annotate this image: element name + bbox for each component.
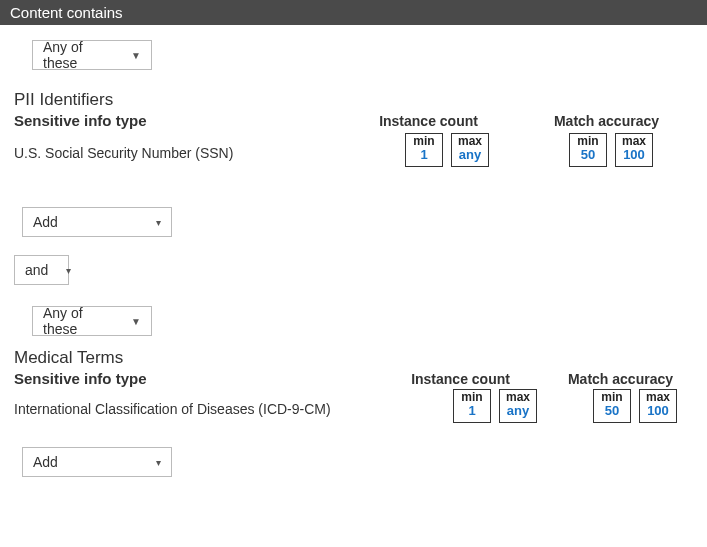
group1-instance-count: min 1 max any xyxy=(405,133,489,167)
group2-accuracy-max: 100 xyxy=(647,404,669,418)
group2-title: Medical Terms xyxy=(14,348,693,368)
join-dropdown-label: and xyxy=(25,262,48,278)
group2-accuracy-min: 50 xyxy=(605,404,619,418)
panel-body: Any of these ▼ PII Identifiers Sensitive… xyxy=(0,25,707,497)
group2-instance-count-header: Instance count xyxy=(411,371,510,387)
scope-dropdown-2[interactable]: Any of these ▼ xyxy=(32,306,152,336)
group1-accuracy-min: 50 xyxy=(581,148,595,162)
group1-match-accuracy: min 50 max 100 xyxy=(569,133,653,167)
chevron-down-icon: ▼ xyxy=(131,50,141,61)
group1-subtitle: Sensitive info type xyxy=(14,112,147,129)
chevron-down-icon: ▾ xyxy=(66,265,71,276)
chevron-down-icon: ▼ xyxy=(131,316,141,327)
group2-match-accuracy-header: Match accuracy xyxy=(568,371,673,387)
group2-instance-max-box[interactable]: max any xyxy=(499,389,537,423)
scope-dropdown-1-label: Any of these xyxy=(43,39,113,71)
group1-title: PII Identifiers xyxy=(14,90,147,110)
group2-instance-min: 1 xyxy=(468,404,475,418)
panel-header: Content contains xyxy=(0,0,707,25)
group2-instance-count: min 1 max any xyxy=(453,389,537,423)
add-dropdown-1-label: Add xyxy=(33,214,58,230)
group1-accuracy-max-box[interactable]: max 100 xyxy=(615,133,653,167)
chevron-down-icon: ▾ xyxy=(156,457,161,468)
group2-subtitle: Sensitive info type xyxy=(14,370,147,387)
group1-type-name: U.S. Social Security Number (SSN) xyxy=(14,143,233,161)
join-dropdown[interactable]: and ▾ xyxy=(14,255,69,285)
group2-instance-min-box[interactable]: min 1 xyxy=(453,389,491,423)
scope-dropdown-1[interactable]: Any of these ▼ xyxy=(32,40,152,70)
add-dropdown-2-label: Add xyxy=(33,454,58,470)
group1-instance-max: any xyxy=(459,148,481,162)
group2-instance-max: any xyxy=(507,404,529,418)
scope-dropdown-2-label: Any of these xyxy=(43,305,113,337)
chevron-down-icon: ▾ xyxy=(156,217,161,228)
group1-match-accuracy-header: Match accuracy xyxy=(554,113,659,129)
group2-match-accuracy: min 50 max 100 xyxy=(593,389,677,423)
group1-instance-max-box[interactable]: max any xyxy=(451,133,489,167)
group2-accuracy-max-box[interactable]: max 100 xyxy=(639,389,677,423)
group1-instance-min: 1 xyxy=(420,148,427,162)
panel-title: Content contains xyxy=(10,4,123,21)
group1-instance-count-header: Instance count xyxy=(379,113,478,129)
group2-type-name: International Classification of Diseases… xyxy=(14,399,331,417)
group1-accuracy-max: 100 xyxy=(623,148,645,162)
group2-accuracy-min-box[interactable]: min 50 xyxy=(593,389,631,423)
group1-instance-min-box[interactable]: min 1 xyxy=(405,133,443,167)
add-dropdown-2[interactable]: Add ▾ xyxy=(22,447,172,477)
add-dropdown-1[interactable]: Add ▾ xyxy=(22,207,172,237)
group1-accuracy-min-box[interactable]: min 50 xyxy=(569,133,607,167)
